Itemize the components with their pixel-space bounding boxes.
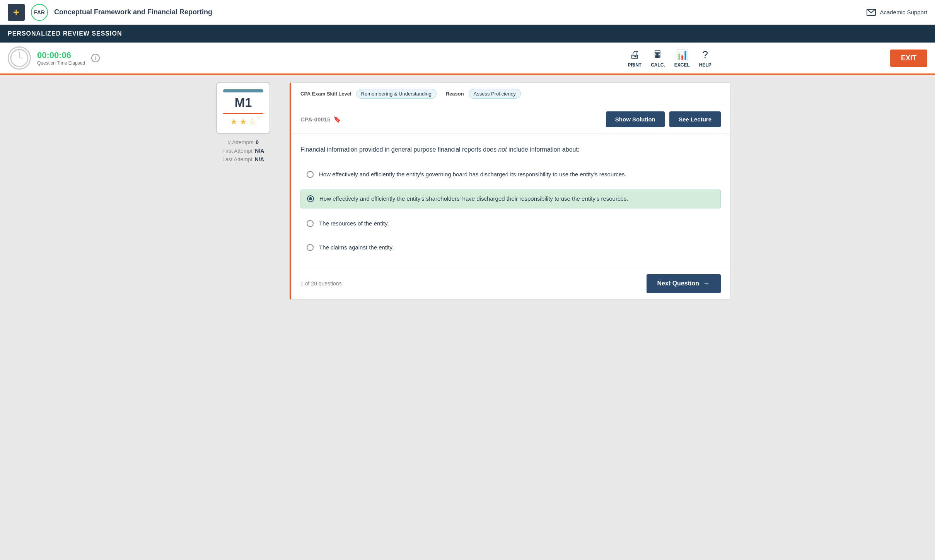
last-attempt-row: Last Attempt N/A [205,156,282,162]
radio-b [307,195,314,202]
help-icon: ? [703,49,708,61]
question-id-text: CPA-00015 [300,116,330,123]
bookmark-icon[interactable]: 🔖 [333,116,341,123]
main-content: M1 ★ ★ ☆ # Attempts 0 First Attempt N/A … [197,75,738,307]
see-lecture-button[interactable]: See Lecture [669,111,721,127]
question-meta: CPA Exam Skill Level Remembering & Under… [291,83,730,105]
toolbar-left: 00:00:06 Question Time Elapsed i [8,46,449,70]
print-label: PRINT [628,62,642,68]
header-left: + FAR Conceptual Framework and Financial… [8,4,867,21]
question-header: CPA-00015 🔖 Show Solution See Lecture [291,105,730,134]
calc-icon: 🖩 [653,49,663,61]
far-badge: FAR [31,4,48,21]
clock-icon [8,46,31,70]
first-attempt-row: First Attempt N/A [205,148,282,154]
show-solution-button[interactable]: Show Solution [606,111,665,127]
answer-options: How effectively and efficiently the enti… [300,166,721,257]
first-attempt-label: First Attempt [222,148,253,154]
excel-button[interactable]: 📊 EXCEL [674,49,690,68]
excel-icon: 📊 [676,49,688,61]
radio-d [307,244,314,251]
help-button[interactable]: ? HELP [699,49,711,68]
question-text: Financial information provided in genera… [300,145,721,155]
calc-button[interactable]: 🖩 CALC. [651,49,665,68]
attempts-label: # Attempts [228,139,253,145]
next-question-button[interactable]: Next Question → [647,274,721,293]
answer-option-b[interactable]: How effectively and efficiently the enti… [300,190,721,208]
header-right: Academic Support [867,9,927,16]
attempts-value: 0 [256,139,259,145]
option-c-text: The resources of the entity. [319,219,389,228]
toolbar: 00:00:06 Question Time Elapsed i 🖨 PRINT… [0,43,935,75]
reason-label: Reason [446,91,464,97]
question-panel: CPA Exam Skill Level Remembering & Under… [290,82,730,300]
reason-badge: Assess Proficiency [469,89,521,99]
question-text-part1: Financial information provided in genera… [300,146,498,153]
session-banner: PERSONALIZED REVIEW SESSION [0,25,935,43]
last-attempt-label: Last Attempt [222,156,253,162]
session-banner-label: PERSONALIZED REVIEW SESSION [8,30,122,37]
question-id: CPA-00015 🔖 [300,116,341,123]
next-arrow: → [703,280,710,288]
answer-option-d[interactable]: The claims against the entity. [300,239,721,257]
attempts-row: # Attempts 0 [205,139,282,145]
last-attempt-value: N/A [255,156,264,162]
question-text-italic: not [498,146,507,153]
star-2: ★ [239,117,247,127]
mail-icon [867,9,876,16]
option-a-text: How effectively and efficiently the enti… [319,170,626,179]
question-actions: Show Solution See Lecture [606,111,721,127]
excel-label: EXCEL [674,62,690,68]
badge-top-bar [223,89,263,92]
badge-divider [223,113,263,114]
first-attempt-value: N/A [255,148,264,154]
question-text-part2: include information about: [507,146,580,153]
timer-label: Question Time Elapsed [37,60,85,66]
answer-option-a[interactable]: How effectively and efficiently the enti… [300,166,721,184]
radio-c [307,220,314,227]
timer-value: 00:00:06 [37,50,85,60]
info-icon[interactable]: i [91,54,100,62]
plus-icon: + [8,4,25,21]
radio-b-inner [309,197,312,200]
badge-label: M1 [235,96,252,110]
timer-block: 00:00:06 Question Time Elapsed [37,50,85,66]
option-b-text: How effectively and efficiently the enti… [319,195,628,203]
radio-a [307,171,314,178]
academic-support-label: Academic Support [880,9,927,15]
answer-option-c[interactable]: The resources of the entity. [300,215,721,233]
calc-label: CALC. [651,62,665,68]
help-label: HELP [699,62,711,68]
skill-level-label: CPA Exam Skill Level [300,91,351,97]
header-title: Conceptual Framework and Financial Repor… [54,8,212,16]
option-d-text: The claims against the entity. [319,243,394,252]
star-1: ★ [230,117,238,127]
next-button-label: Next Question [657,280,699,287]
sidebar: M1 ★ ★ ☆ # Attempts 0 First Attempt N/A … [205,82,282,300]
top-header: + FAR Conceptual Framework and Financial… [0,0,935,25]
question-counter: 1 of 20 questions [300,280,342,287]
question-body: Financial information provided in genera… [291,134,730,268]
attempts-section: # Attempts 0 First Attempt N/A Last Atte… [205,139,282,165]
toolbar-actions: 🖨 PRINT 🖩 CALC. 📊 EXCEL ? HELP [449,49,890,68]
badge-container: M1 ★ ★ ☆ [216,82,270,134]
print-button[interactable]: 🖨 PRINT [628,49,642,68]
print-icon: 🖨 [630,49,640,61]
exit-button[interactable]: EXIT [890,50,927,67]
question-footer: 1 of 20 questions Next Question → [291,268,730,299]
skill-level-badge: Remembering & Understanding [356,89,437,99]
badge-stars: ★ ★ ☆ [230,117,256,127]
star-3: ☆ [249,117,256,127]
